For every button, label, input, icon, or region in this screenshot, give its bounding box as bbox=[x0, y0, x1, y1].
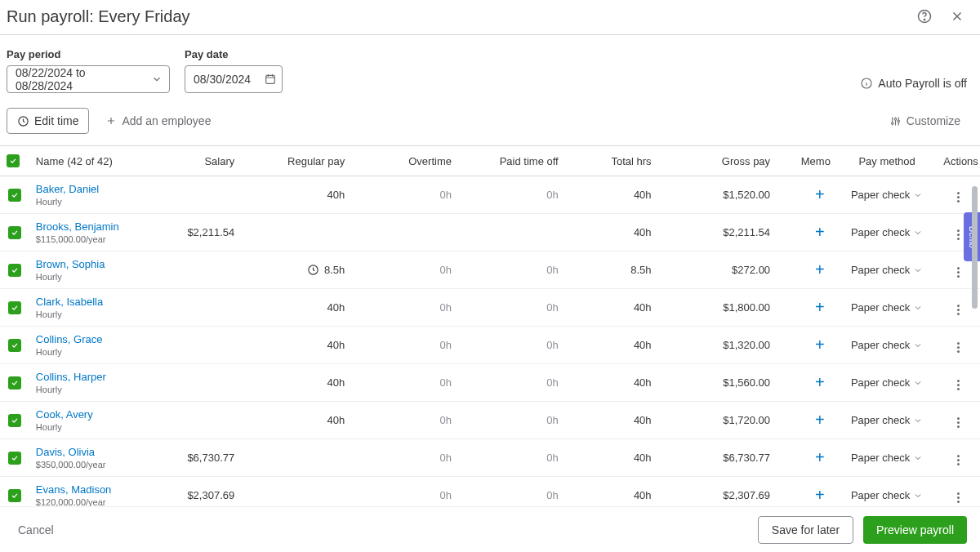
overtime-cell[interactable]: 0h bbox=[351, 289, 458, 327]
employee-name[interactable]: Davis, Olivia bbox=[36, 446, 131, 458]
pay-method-select[interactable]: Paper check bbox=[844, 301, 930, 314]
header-salary[interactable]: Salary bbox=[138, 146, 242, 176]
salary-cell[interactable] bbox=[138, 327, 242, 364]
memo-add-button[interactable]: + bbox=[809, 260, 831, 281]
pay-method-select[interactable]: Paper check bbox=[844, 414, 930, 426]
row-checkbox[interactable] bbox=[8, 301, 21, 314]
row-actions-menu[interactable] bbox=[951, 489, 967, 505]
row-checkbox[interactable] bbox=[8, 189, 21, 202]
scrollbar[interactable] bbox=[972, 183, 978, 506]
pay-method-select[interactable]: Paper check bbox=[844, 376, 930, 389]
row-checkbox[interactable] bbox=[8, 376, 21, 390]
header-overtime[interactable]: Overtime bbox=[351, 146, 458, 176]
overtime-cell[interactable]: 0h bbox=[351, 327, 458, 364]
scrollbar-thumb[interactable] bbox=[972, 186, 978, 309]
regular-pay-cell[interactable]: 40h bbox=[241, 327, 351, 364]
regular-pay-cell[interactable]: 40h bbox=[241, 176, 351, 214]
pay-date-input[interactable]: 08/30/2024 bbox=[185, 65, 283, 93]
memo-add-button[interactable]: + bbox=[809, 335, 831, 356]
employee-name[interactable]: Evans, Madison bbox=[36, 483, 131, 496]
salary-cell[interactable] bbox=[138, 176, 242, 214]
save-for-later-button[interactable]: Save for later bbox=[758, 516, 853, 544]
row-actions-menu[interactable] bbox=[951, 452, 967, 468]
pay-method-select[interactable]: Paper check bbox=[844, 264, 930, 276]
regular-pay-cell[interactable] bbox=[241, 214, 351, 252]
row-actions-menu[interactable] bbox=[951, 301, 967, 318]
memo-add-button[interactable]: + bbox=[809, 372, 831, 394]
salary-cell[interactable]: $6,730.77 bbox=[138, 439, 242, 477]
header-pto[interactable]: Paid time off bbox=[458, 146, 565, 176]
pto-cell[interactable] bbox=[458, 214, 565, 252]
help-icon[interactable] bbox=[915, 7, 934, 26]
pay-period-select[interactable]: 08/22/2024 to 08/28/2024 bbox=[7, 65, 170, 93]
memo-add-button[interactable]: + bbox=[809, 222, 831, 243]
edit-time-button[interactable]: Edit time bbox=[7, 108, 89, 134]
row-checkbox[interactable] bbox=[8, 452, 21, 465]
overtime-cell[interactable] bbox=[351, 214, 458, 252]
overtime-cell[interactable]: 0h bbox=[351, 252, 458, 289]
pto-cell[interactable]: 0h bbox=[458, 327, 565, 364]
close-icon[interactable] bbox=[947, 7, 967, 26]
memo-add-button[interactable]: + bbox=[809, 447, 831, 469]
row-actions-menu[interactable] bbox=[951, 414, 967, 430]
header-checkbox[interactable] bbox=[0, 146, 29, 176]
row-checkbox[interactable] bbox=[8, 226, 21, 239]
salary-cell[interactable] bbox=[138, 289, 242, 327]
header-gross-pay[interactable]: Gross pay bbox=[658, 146, 777, 176]
regular-pay-cell[interactable] bbox=[241, 439, 351, 477]
pay-method-select[interactable]: Paper check bbox=[844, 489, 930, 501]
row-checkbox[interactable] bbox=[8, 339, 21, 352]
row-checkbox[interactable] bbox=[8, 489, 21, 502]
employee-name[interactable]: Collins, Grace bbox=[36, 333, 131, 345]
row-actions-menu[interactable] bbox=[951, 189, 967, 205]
memo-add-button[interactable]: + bbox=[809, 297, 831, 318]
employee-name[interactable]: Brown, Sophia bbox=[36, 258, 131, 270]
salary-cell[interactable]: $2,307.69 bbox=[138, 477, 242, 507]
regular-pay-cell[interactable]: 40h bbox=[241, 364, 351, 402]
employee-name[interactable]: Cook, Avery bbox=[36, 408, 131, 421]
row-checkbox[interactable] bbox=[8, 264, 21, 277]
employee-name[interactable]: Clark, Isabella bbox=[36, 296, 131, 308]
overtime-cell[interactable]: 0h bbox=[351, 477, 458, 507]
overtime-cell[interactable]: 0h bbox=[351, 364, 458, 402]
row-checkbox[interactable] bbox=[8, 414, 21, 427]
header-regular-pay[interactable]: Regular pay bbox=[241, 146, 351, 176]
pto-cell[interactable]: 0h bbox=[458, 364, 565, 402]
regular-pay-cell[interactable]: 40h bbox=[241, 402, 351, 439]
salary-cell[interactable] bbox=[138, 364, 242, 402]
header-total-hrs[interactable]: Total hrs bbox=[565, 146, 658, 176]
pay-method-select[interactable]: Paper check bbox=[844, 189, 930, 201]
pto-cell[interactable]: 0h bbox=[458, 289, 565, 327]
salary-cell[interactable] bbox=[138, 252, 242, 289]
pto-cell[interactable]: 0h bbox=[458, 477, 565, 507]
regular-pay-cell[interactable]: 40h bbox=[241, 289, 351, 327]
pto-cell[interactable]: 0h bbox=[458, 402, 565, 439]
overtime-cell[interactable]: 0h bbox=[351, 439, 458, 477]
customize-button[interactable]: Customize bbox=[889, 114, 960, 127]
regular-pay-cell[interactable]: 8.5h bbox=[241, 252, 351, 289]
add-employee-button[interactable]: Add an employee bbox=[105, 114, 211, 127]
regular-pay-cell[interactable] bbox=[241, 477, 351, 507]
row-actions-menu[interactable] bbox=[951, 264, 967, 280]
row-actions-menu[interactable] bbox=[951, 339, 967, 355]
row-actions-menu[interactable] bbox=[951, 376, 967, 393]
pay-method-select[interactable]: Paper check bbox=[844, 226, 930, 238]
header-name[interactable]: Name (42 of 42) bbox=[29, 146, 138, 176]
header-pay-method[interactable]: Pay method bbox=[837, 146, 937, 176]
employee-name[interactable]: Collins, Harper bbox=[36, 371, 131, 383]
cancel-button[interactable]: Cancel bbox=[18, 523, 54, 536]
preview-payroll-button[interactable]: Preview payroll bbox=[863, 516, 967, 544]
pto-cell[interactable]: 0h bbox=[458, 439, 565, 477]
pay-method-select[interactable]: Paper check bbox=[844, 339, 930, 351]
pto-cell[interactable]: 0h bbox=[458, 252, 565, 289]
memo-add-button[interactable]: + bbox=[809, 185, 831, 206]
employee-name[interactable]: Brooks, Benjamin bbox=[36, 220, 131, 233]
overtime-cell[interactable]: 0h bbox=[351, 176, 458, 214]
pay-method-select[interactable]: Paper check bbox=[844, 452, 930, 464]
salary-cell[interactable]: $2,211.54 bbox=[138, 214, 242, 252]
salary-cell[interactable] bbox=[138, 402, 242, 439]
header-actions[interactable]: Actions bbox=[937, 146, 980, 176]
memo-add-button[interactable]: + bbox=[809, 410, 831, 431]
employee-name[interactable]: Baker, Daniel bbox=[36, 183, 131, 195]
pto-cell[interactable]: 0h bbox=[458, 176, 565, 214]
